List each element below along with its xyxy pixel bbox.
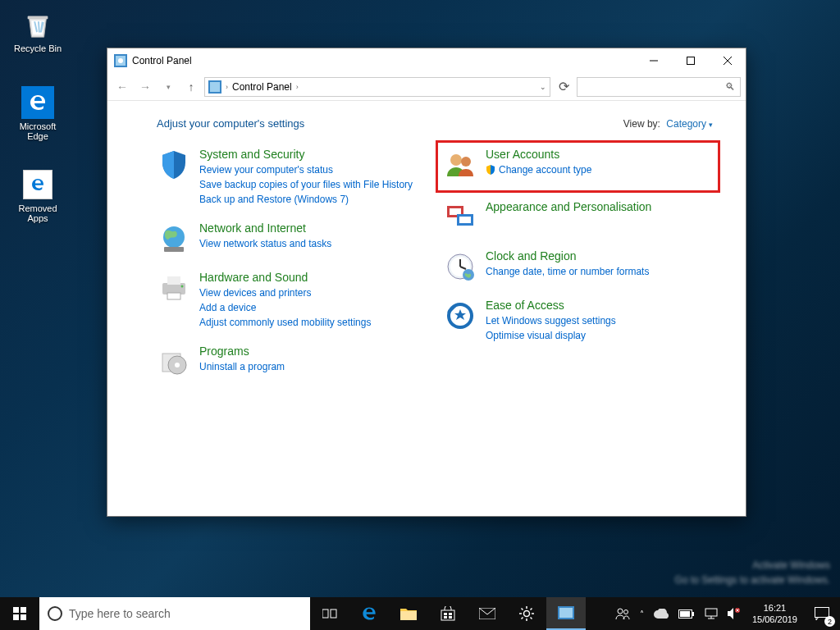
category-appearance: Appearance and Personalisation: [443, 200, 713, 235]
svg-rect-0: [28, 16, 48, 20]
category-link[interactable]: Let Windows suggest settings: [486, 313, 713, 328]
taskbar-store[interactable]: [428, 597, 468, 630]
tray-people[interactable]: [610, 597, 635, 630]
svg-point-48: [623, 610, 628, 614]
start-button[interactable]: [0, 597, 39, 630]
control-panel-window: Control Panel ← → ▾ ↑ › Control Panel › …: [107, 48, 746, 517]
svg-rect-50: [692, 612, 694, 616]
page-heading: Adjust your computer's settings: [157, 117, 304, 130]
edge-icon: [21, 86, 54, 119]
notification-badge: 2: [824, 616, 835, 627]
taskbar-control-panel[interactable]: [546, 597, 586, 630]
search-input[interactable]: [578, 78, 740, 96]
category-link[interactable]: View network status and tasks: [199, 236, 427, 251]
ease-of-access-icon: [443, 299, 477, 333]
category-programs: Programs Uninstall a program: [157, 345, 427, 379]
category-link[interactable]: Optimise visual display: [486, 328, 713, 343]
category-link[interactable]: Review your computer's status: [199, 162, 427, 177]
category-title[interactable]: Network and Internet: [199, 221, 427, 235]
taskbar-edge[interactable]: [349, 597, 389, 630]
refresh-button[interactable]: ⟳: [554, 77, 573, 97]
minimize-button[interactable]: [635, 48, 672, 73]
up-button[interactable]: ↑: [181, 77, 201, 97]
category-clock-region: Clock and Region Change date, time or nu…: [443, 249, 713, 284]
chevron-right-icon: ›: [226, 83, 228, 91]
maximize-button[interactable]: [672, 48, 709, 73]
recent-locations-button[interactable]: ▾: [158, 77, 178, 97]
taskbar-explorer[interactable]: [389, 597, 428, 630]
tray-volume[interactable]: [723, 597, 746, 630]
svg-rect-14: [167, 293, 180, 299]
category-link[interactable]: Add a device: [199, 300, 427, 315]
desktop-icon-removed-apps[interactable]: Removed Apps: [8, 168, 67, 223]
chevron-down-icon[interactable]: ⌄: [540, 83, 546, 91]
users-icon: [443, 148, 477, 182]
forward-button: →: [135, 77, 155, 97]
tray-battery[interactable]: [673, 597, 700, 630]
category-user-accounts: User Accounts Change account type: [436, 140, 720, 193]
svg-rect-40: [449, 613, 452, 615]
breadcrumb-bar[interactable]: › Control Panel › ⌄: [204, 77, 550, 97]
category-title[interactable]: User Accounts: [486, 148, 713, 161]
uac-shield-icon: [486, 165, 495, 175]
svg-point-47: [618, 609, 623, 614]
printer-icon: [157, 271, 191, 305]
svg-rect-13: [167, 276, 180, 285]
tray-network[interactable]: [700, 597, 723, 630]
chevron-right-icon: ›: [296, 83, 299, 91]
back-button: ←: [112, 77, 132, 97]
desktop-icon-edge[interactable]: Microsoft Edge: [8, 86, 67, 141]
category-title[interactable]: Ease of Access: [486, 299, 713, 312]
tray-onedrive[interactable]: [649, 597, 673, 630]
category-system-security: System and Security Review your computer…: [157, 148, 427, 207]
svg-point-3: [118, 58, 123, 63]
category-title[interactable]: System and Security: [199, 148, 427, 161]
task-view-button[interactable]: [310, 597, 349, 630]
category-link[interactable]: Save backup copies of your files with Fi…: [199, 177, 427, 192]
category-hardware-sound: Hardware and Sound View devices and prin…: [157, 271, 427, 330]
svg-point-20: [461, 157, 471, 167]
breadcrumb-item[interactable]: Control Panel: [232, 81, 292, 93]
category-title[interactable]: Clock and Region: [486, 249, 713, 262]
desktop-icon-recycle-bin[interactable]: Recycle Bin: [8, 8, 67, 53]
category-link[interactable]: Uninstall a program: [199, 359, 427, 374]
taskbar-settings[interactable]: [507, 597, 546, 630]
category-ease-of-access: Ease of Access Let Windows suggest setti…: [443, 299, 713, 343]
view-by-control[interactable]: View by: Category▾: [623, 118, 713, 130]
category-link[interactable]: View devices and printers: [199, 285, 427, 300]
titlebar[interactable]: Control Panel: [107, 48, 746, 73]
svg-rect-42: [449, 616, 452, 619]
category-title[interactable]: Hardware and Sound: [199, 271, 427, 284]
svg-rect-52: [705, 609, 717, 616]
tray-clock[interactable]: 16:21 15/06/2019: [746, 602, 804, 626]
shield-icon: [157, 148, 191, 182]
taskbar-mail[interactable]: [468, 597, 507, 630]
category-link[interactable]: Back up and Restore (Windows 7): [199, 192, 427, 207]
svg-rect-9: [210, 82, 220, 92]
clock-icon: [443, 249, 477, 284]
category-title[interactable]: Programs: [199, 345, 427, 358]
cortana-icon: [48, 606, 62, 621]
control-panel-icon: [114, 54, 127, 67]
svg-rect-34: [13, 614, 19, 620]
category-title[interactable]: Appearance and Personalisation: [486, 200, 713, 213]
appearance-icon: [443, 200, 477, 235]
svg-rect-33: [21, 607, 26, 613]
search-box[interactable]: 🔍︎: [577, 77, 741, 97]
action-center-button[interactable]: 2: [804, 597, 840, 630]
nav-toolbar: ← → ▾ ↑ › Control Panel › ⌄ ⟳ 🔍︎: [107, 73, 746, 101]
category-link[interactable]: Change account type: [486, 162, 713, 177]
svg-rect-22: [450, 208, 461, 215]
svg-rect-35: [21, 614, 26, 620]
search-placeholder: Type here to search: [69, 607, 171, 620]
category-link[interactable]: Change date, time or number formats: [486, 264, 713, 279]
svg-rect-38: [441, 610, 454, 620]
taskbar-search[interactable]: Type here to search: [39, 597, 310, 630]
search-icon[interactable]: 🔍︎: [725, 81, 735, 93]
control-panel-icon: [208, 80, 221, 94]
tray-overflow[interactable]: ˄: [635, 597, 649, 630]
view-by-value[interactable]: Category▾: [666, 118, 713, 130]
category-link[interactable]: Adjust commonly used mobility settings: [199, 315, 427, 330]
window-body: Adjust your computer's settings View by:…: [107, 101, 746, 516]
close-button[interactable]: [709, 48, 746, 73]
